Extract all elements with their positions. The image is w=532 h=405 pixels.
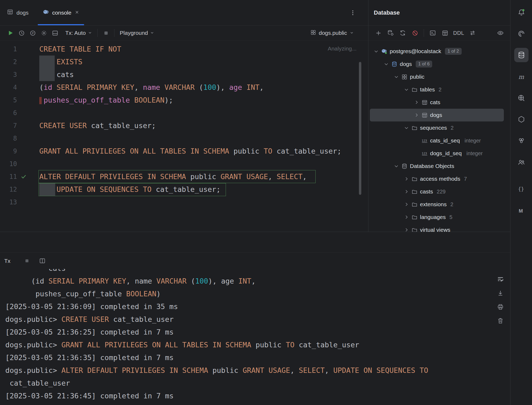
chevron-right-icon[interactable] (413, 112, 421, 118)
stop-icon[interactable] (21, 255, 33, 267)
horizontal-splitter[interactable] (0, 232, 510, 252)
profiler-icon[interactable]: P (27, 27, 38, 39)
code-segment: EXISTS (57, 58, 83, 66)
code-segment: CREATE USER (61, 315, 109, 323)
code-line[interactable]: pushes_cup_off_table BOOLEAN); (39, 94, 363, 107)
svg-text:{}: {} (518, 186, 524, 192)
code-line[interactable]: cats (39, 68, 363, 81)
chevron-right-icon[interactable] (402, 214, 410, 220)
web-search-icon[interactable] (514, 91, 529, 105)
code-segment: , (303, 172, 307, 181)
more-options-icon[interactable] (349, 8, 356, 18)
chevron-down-icon[interactable] (372, 48, 380, 54)
app-window: dogs console (0, 0, 532, 405)
code-line[interactable]: CREATE TABLE IF NOT (39, 43, 363, 56)
stop-icon[interactable] (100, 27, 111, 39)
tree-row-dogs[interactable]: dogs (370, 109, 504, 121)
code-line[interactable] (39, 158, 363, 170)
close-icon[interactable] (75, 10, 79, 16)
tree-row-dogs-id-seq[interactable]: 123dogs_id_seqinteger (370, 147, 504, 160)
code-segment: cat_table_user (5, 379, 70, 387)
tree-row-public[interactable]: public (370, 70, 504, 83)
ddl-button[interactable]: DDL (451, 30, 466, 36)
chevron-right-icon[interactable] (402, 188, 410, 195)
braces-tool-icon[interactable]: {} (514, 182, 529, 196)
history-icon[interactable] (16, 27, 27, 39)
tab-console[interactable]: console (36, 0, 86, 25)
chevron-down-icon[interactable] (382, 61, 390, 67)
dependencies-icon[interactable] (514, 133, 529, 148)
m-tool-icon[interactable]: m (514, 70, 529, 84)
schema-selector[interactable]: dogs.public (310, 29, 354, 37)
ai-assistant-icon[interactable] (514, 27, 529, 41)
chevron-right-icon[interactable] (402, 227, 410, 232)
tree-row-postgres-localstack[interactable]: postgres@localstack1 of 2 (370, 45, 504, 58)
add-icon[interactable] (372, 27, 384, 39)
code-line[interactable] (39, 107, 363, 119)
chevron-down-icon[interactable] (402, 86, 410, 93)
chevron-down-icon[interactable] (392, 74, 400, 80)
tree-row-cats[interactable]: cats (370, 96, 504, 109)
disconnect-icon[interactable] (409, 27, 421, 39)
tree-row-access-methods[interactable]: access methods7 (370, 172, 504, 185)
code-segment: VARCHAR (164, 83, 195, 91)
scroll-to-end-icon[interactable] (496, 289, 504, 297)
code-line[interactable]: (id SERIAL PRIMARY KEY, name VARCHAR (10… (39, 81, 363, 94)
code-line[interactable] (39, 132, 363, 145)
code-line[interactable]: CREATE USER cat_table_user; (39, 119, 363, 132)
refresh-icon[interactable] (397, 27, 409, 39)
code-line[interactable]: UPDATE ON SEQUENCES TO cat_table_user; (39, 183, 363, 196)
chevron-down-icon[interactable] (392, 163, 400, 169)
new-console-icon[interactable] (427, 27, 439, 39)
tab-dogs[interactable]: dogs (0, 0, 36, 25)
gutter-line: 12 (0, 183, 30, 196)
database-tool-icon[interactable] (514, 48, 529, 62)
code-segment: ALTER DEFAULT PRIVILEGES IN SCHEMA (61, 366, 208, 374)
split-icon[interactable] (36, 255, 48, 267)
sql-editor[interactable]: 12345678910111213 CREATE TABLE IF NOT EX… (0, 41, 368, 232)
database-toolbar: DDL (368, 26, 510, 41)
shield-tool-icon[interactable] (514, 112, 529, 126)
in-editor-results-icon[interactable] (49, 27, 61, 39)
run-button[interactable] (5, 27, 16, 39)
collaboration-icon[interactable] (514, 155, 529, 170)
tree-row-cats-id-seq[interactable]: 123cats_id_seqinteger (370, 134, 504, 147)
jump-to-icon[interactable] (466, 27, 479, 39)
preview-icon[interactable] (494, 27, 507, 39)
code-segment: VARCHAR (156, 277, 187, 285)
data-type-label: integer (465, 138, 481, 144)
chevron-right-icon[interactable] (402, 201, 410, 208)
soft-wrap-icon[interactable] (496, 275, 504, 283)
settings-icon[interactable] (38, 27, 49, 39)
tree-row-dogs[interactable]: dogs1 of 6 (370, 58, 504, 70)
tree-row-tables[interactable]: tables2 (370, 83, 504, 96)
tree-row-database-objects[interactable]: Database Objects (370, 160, 504, 172)
code-line[interactable] (39, 196, 363, 209)
code-line[interactable]: GRANT ALL PRIVILEGES ON ALL TABLES IN SC… (39, 145, 363, 158)
tree-row-sequences[interactable]: sequences2 (370, 121, 504, 134)
playground-dropdown[interactable]: Playground (117, 27, 157, 39)
line-number: 5 (0, 96, 17, 104)
code-line[interactable]: EXISTS (39, 56, 363, 68)
markdown-tool-icon[interactable]: M (514, 204, 529, 218)
item-count: 2 (450, 201, 453, 208)
print-icon[interactable] (496, 303, 504, 311)
tree-row-extensions[interactable]: extensions2 (370, 198, 504, 211)
delete-icon[interactable] (496, 317, 504, 325)
console-line: pushes_cup_off_table BOOLEAN) (5, 288, 510, 300)
editor-scrollbar[interactable] (359, 62, 361, 195)
chevron-right-icon[interactable] (413, 99, 421, 106)
code-line[interactable]: ALTER DEFAULT PRIVILEGES IN SCHEMA publi… (39, 170, 363, 183)
tree-label: postgres@localstack (390, 48, 441, 54)
svg-text:m: m (518, 73, 524, 80)
data-source-properties-icon[interactable] (384, 27, 397, 39)
tree-row-languages[interactable]: languages5 (370, 211, 504, 223)
tree-row-virtual-views[interactable]: virtual views (370, 223, 504, 232)
chevron-right-icon[interactable] (402, 176, 410, 182)
notifications-icon[interactable] (514, 5, 529, 20)
chevron-down-icon[interactable] (402, 125, 410, 131)
code-segment: BOOLEAN (134, 96, 165, 104)
tx-mode-dropdown[interactable]: Tx: Auto (63, 27, 95, 39)
tree-row-casts[interactable]: casts229 (370, 185, 504, 198)
table-icon[interactable] (439, 27, 451, 39)
